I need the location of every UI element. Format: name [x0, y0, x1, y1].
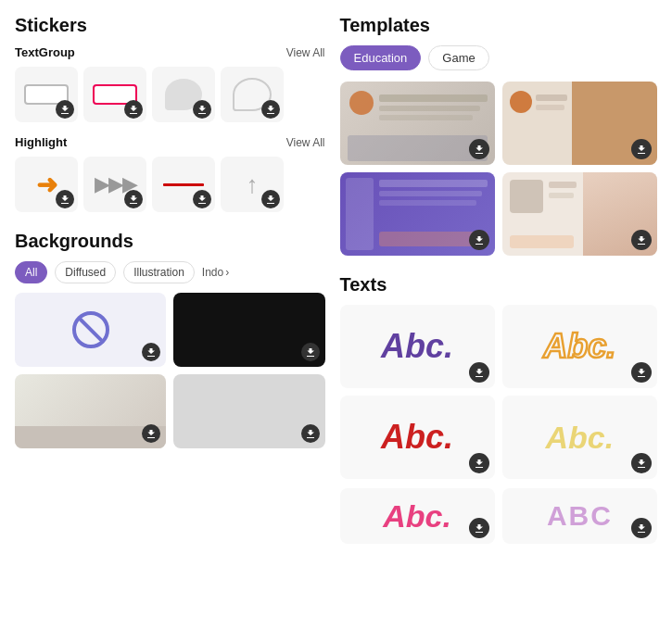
stickers-title: Stickers — [15, 15, 325, 36]
template-card-1[interactable] — [340, 82, 495, 165]
download-btn-tmpl-1[interactable] — [469, 139, 489, 159]
download-btn-4[interactable] — [261, 100, 280, 119]
dots-sticker[interactable]: ▶▶▶ — [83, 157, 146, 212]
download-btn-bg-2[interactable] — [301, 343, 320, 361]
templates-section: Templates Education Game — [340, 15, 658, 256]
templates-grid — [340, 82, 658, 256]
download-btn-2[interactable] — [124, 100, 143, 119]
red-abc-card[interactable]: Abc. — [340, 396, 495, 479]
chevron-right-icon: › — [225, 266, 229, 279]
download-btn-5[interactable] — [56, 190, 74, 208]
arrow-up-shape: ↑ — [247, 170, 259, 199]
underline-sticker[interactable] — [152, 157, 215, 212]
textgroup-stickers — [15, 67, 325, 122]
texts-section: Texts Abc. Abc. Abc. — [340, 274, 658, 544]
textgroup-subsection: TextGroup View All — [15, 45, 325, 122]
highlight-view-all[interactable]: View All — [286, 136, 325, 149]
bg-filter-all[interactable]: All — [15, 261, 47, 283]
black-bg-card[interactable] — [173, 293, 324, 367]
download-btn-tmpl-3[interactable] — [469, 230, 489, 250]
purple-abc-card[interactable]: Abc. — [340, 305, 495, 388]
purple-abc-text: Abc. — [381, 327, 453, 366]
gray-bg-card[interactable] — [173, 374, 324, 448]
bubble-outline-sticker[interactable] — [221, 67, 284, 122]
download-btn-6[interactable] — [124, 190, 143, 208]
download-btn-bg-4[interactable] — [301, 424, 320, 443]
red-abc-text: Abc. — [381, 418, 453, 457]
prohibited-bg-card[interactable] — [15, 293, 166, 367]
backgrounds-section: Backgrounds All Diffused Illustration In… — [15, 231, 325, 448]
bg-filter-more[interactable]: Indo › — [202, 266, 229, 279]
download-btn-tmpl-4[interactable] — [631, 230, 652, 250]
download-btn-text-2[interactable] — [631, 362, 652, 383]
backgrounds-grid — [15, 293, 325, 448]
texts-grid: Abc. Abc. Abc. — [340, 305, 658, 544]
pink-abc-text: Abc. — [383, 498, 451, 535]
backgrounds-title: Backgrounds — [15, 231, 325, 252]
template-card-2[interactable] — [502, 82, 657, 165]
rect-border-sticker[interactable] — [15, 67, 78, 122]
yellow-abc-text: Abc. — [546, 420, 615, 456]
texts-title: Texts — [340, 274, 658, 296]
download-btn-text-6[interactable] — [631, 518, 652, 538]
templates-title: Templates — [340, 15, 658, 36]
line-shape — [163, 183, 204, 186]
download-btn-1[interactable] — [56, 100, 74, 119]
bg-filter-diffused[interactable]: Diffused — [55, 261, 116, 283]
highlight-stickers: ➜ ▶▶▶ — [15, 157, 325, 212]
download-btn-text-4[interactable] — [631, 453, 652, 473]
download-btn-text-3[interactable] — [469, 453, 489, 473]
download-btn-text-1[interactable] — [469, 362, 489, 383]
red-border-sticker[interactable] — [83, 67, 146, 122]
left-column: Stickers TextGroup View All — [15, 15, 336, 562]
templates-filters: Education Game — [340, 45, 658, 70]
template-filter-education[interactable]: Education — [340, 45, 422, 70]
download-btn-bg-1[interactable] — [142, 343, 160, 361]
download-btn-3[interactable] — [193, 100, 211, 119]
right-column: Templates Education Game — [336, 15, 658, 562]
pink-abc-card[interactable]: Abc. — [340, 488, 495, 544]
download-btn-bg-3[interactable] — [142, 424, 160, 443]
stickers-section: Stickers TextGroup View All — [15, 15, 325, 212]
template-card-4[interactable] — [502, 172, 657, 256]
textgroup-view-all[interactable]: View All — [286, 46, 325, 59]
highlight-label: Highlight — [15, 135, 67, 149]
download-btn-8[interactable] — [261, 190, 280, 208]
bg-filter-illustration[interactable]: Illustration — [123, 261, 195, 283]
download-btn-text-5[interactable] — [469, 518, 489, 538]
template-card-3[interactable] — [340, 172, 495, 256]
download-btn-7[interactable] — [193, 190, 211, 208]
arrow-up-sticker[interactable]: ↑ — [221, 157, 284, 212]
arrow-shape: ➜ — [36, 170, 57, 200]
room-bg-card[interactable] — [15, 374, 166, 448]
backgrounds-filters: All Diffused Illustration Indo › — [15, 261, 325, 283]
arrow-sticker[interactable]: ➜ — [15, 157, 78, 212]
lavender-abc-text: ABC — [547, 500, 613, 532]
orange-outline-abc-card[interactable]: Abc. — [502, 305, 657, 388]
highlight-subsection: Highlight View All ➜ ▶▶▶ — [15, 135, 325, 212]
yellow-abc-card[interactable]: Abc. — [502, 396, 657, 479]
download-btn-tmpl-2[interactable] — [631, 139, 652, 159]
textgroup-label: TextGroup — [15, 45, 75, 59]
orange-outline-abc-text: Abc. — [543, 327, 615, 366]
prohibited-icon — [72, 311, 109, 348]
lavender-abc-card[interactable]: ABC — [502, 488, 657, 544]
template-filter-game[interactable]: Game — [428, 45, 488, 70]
bubble-filled-sticker[interactable] — [152, 67, 215, 122]
